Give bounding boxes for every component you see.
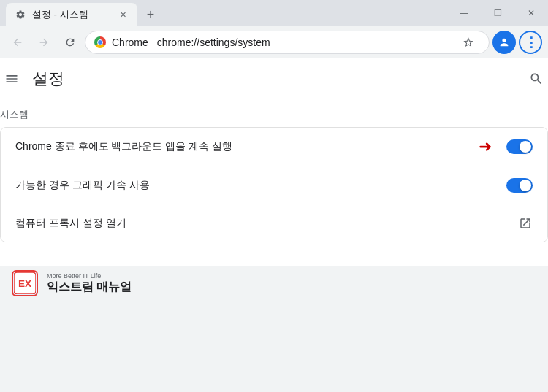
brand-subtitle: More Better IT Life (47, 272, 132, 280)
settings-page-title: 설정 (32, 68, 64, 90)
address-bar-row: Chrome chrome://settings/system ⋮ (0, 26, 548, 58)
external-link-icon[interactable] (518, 216, 533, 231)
background-run-toggle[interactable] (506, 139, 533, 154)
tab-settings-icon (15, 9, 26, 20)
proxy-settings-item: 컴퓨터 프록시 설정 열기 (1, 204, 547, 242)
back-button[interactable] (6, 31, 29, 54)
brand-text: More Better IT Life 익스트림 매뉴얼 (47, 272, 132, 295)
window-controls: — ❐ ✕ (447, 0, 548, 26)
system-settings-card: Chrome 종료 후에도 백그라운드 앱을 계속 실행 ➜ 가능한 경우 그래… (0, 127, 548, 242)
bookmark-button[interactable] (457, 31, 480, 54)
window-close-button[interactable]: ✕ (514, 0, 548, 26)
system-section-label: 시스템 (0, 102, 548, 127)
tab-title-label: 설정 - 시스템 (32, 8, 111, 21)
profile-button[interactable] (492, 31, 516, 54)
url-bar[interactable]: Chrome chrome://settings/system (85, 31, 490, 54)
new-tab-button[interactable]: + (140, 4, 161, 25)
brand-name: 익스트림 매뉴얼 (47, 280, 132, 295)
forward-button[interactable] (32, 31, 56, 54)
red-arrow-indicator: ➜ (479, 139, 492, 155)
refresh-button[interactable] (58, 31, 82, 54)
maximize-button[interactable]: ❐ (481, 0, 514, 26)
background-run-setting: Chrome 종료 후에도 백그라운드 앱을 계속 실행 ➜ (1, 128, 547, 166)
chrome-menu-button[interactable]: ⋮ (519, 31, 542, 54)
hardware-acceleration-action (506, 178, 533, 193)
footer-bar: EX More Better IT Life 익스트림 매뉴얼 (0, 266, 548, 301)
background-run-action: ➜ (479, 139, 533, 155)
chrome-icon (94, 36, 106, 48)
hardware-acceleration-setting: 가능한 경우 그래픽 가속 사용 (1, 166, 547, 204)
hardware-acceleration-label: 가능한 경우 그래픽 가속 사용 (15, 179, 506, 192)
brand-logo: EX (12, 270, 38, 296)
site-label: Chrome (112, 36, 148, 48)
minimize-button[interactable]: — (447, 0, 481, 26)
settings-page: 설정 시스템 Chrome 종료 후에도 백그라운드 앱을 계속 실행 ➜ 가능… (0, 58, 548, 266)
settings-search-button[interactable] (525, 67, 548, 91)
settings-header: 설정 (0, 58, 548, 99)
hamburger-menu-button[interactable] (0, 67, 23, 91)
hardware-acceleration-toggle[interactable] (506, 178, 533, 193)
settings-content: 시스템 Chrome 종료 후에도 백그라운드 앱을 계속 실행 ➜ 가능한 경… (0, 102, 548, 266)
url-text: chrome://settings/system (157, 36, 451, 48)
svg-text:EX: EX (18, 278, 31, 289)
proxy-settings-label: 컴퓨터 프록시 설정 열기 (15, 217, 518, 230)
active-tab[interactable]: 설정 - 시스템 ✕ (6, 3, 137, 26)
tab-close-button[interactable]: ✕ (117, 9, 129, 20)
tab-bar: 설정 - 시스템 ✕ + — ❐ ✕ (0, 0, 548, 26)
background-run-label: Chrome 종료 후에도 백그라운드 앱을 계속 실행 (15, 140, 479, 153)
proxy-settings-action (518, 216, 533, 231)
